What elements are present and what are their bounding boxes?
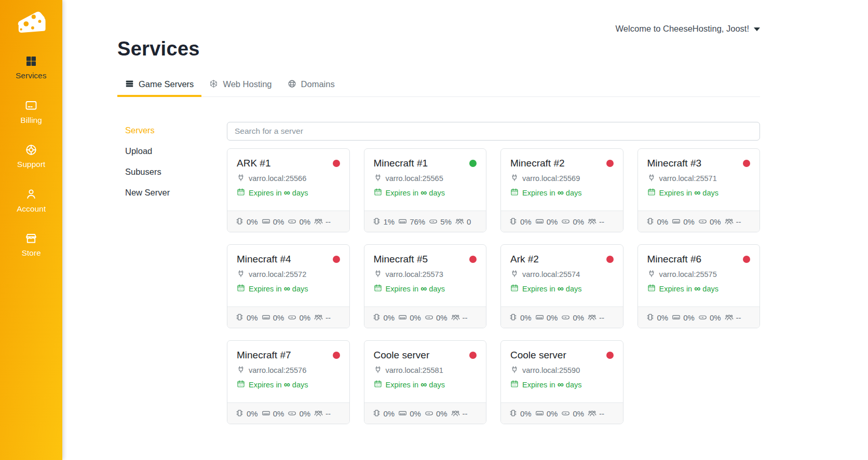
status-dot [606,160,614,167]
tab-label: Domains [301,79,335,89]
cpu-icon [509,216,518,227]
subnav-item-new-server[interactable]: New Server [125,188,227,198]
sidebar-item-store[interactable]: Store [0,232,62,258]
server-card[interactable]: Coole server varro.local:25581 Expires i… [364,340,487,424]
server-card[interactable]: Minecraft #1 varro.local:25565 Expires i… [364,148,487,232]
infinity-symbol: ∞ [421,188,427,198]
server-name: ARK #1 [237,158,270,169]
server-host: varro.local:25576 [249,366,306,374]
infinity-symbol: ∞ [421,284,427,294]
tab-game-servers[interactable]: Game Servers [117,76,201,97]
subnav-item-subusers[interactable]: Subusers [125,167,227,177]
sidebar: Services Billing Support Account Store [0,0,62,460]
disk-stat: 0% [698,312,721,323]
server-card[interactable]: Minecraft #4 varro.local:25572 Expires i… [227,244,350,328]
person-icon [25,188,37,200]
sidebar-item-support[interactable]: Support [0,144,62,169]
life-ring-icon [25,144,37,156]
memory-icon [535,408,544,419]
cpu-stat: 1% [372,216,395,227]
expires-prefix: Expires in [249,381,284,389]
ram-stat: 0% [535,408,558,419]
disk-value: 0% [299,409,310,418]
cpu-stat: 0% [235,408,258,419]
disk-value: 0% [710,313,721,322]
expires-prefix: Expires in [386,381,421,389]
ram-value: 0% [410,313,421,322]
subnav-item-upload[interactable]: Upload [125,146,227,156]
players-icon [314,216,323,227]
sidebar-item-label: Billing [20,116,42,125]
server-stats: 0% 0% 0% -- [501,306,623,328]
cpu-icon [235,216,244,227]
disk-icon [698,312,707,323]
status-dot [469,352,477,359]
expires-suffix: days [292,285,308,293]
expires-prefix: Expires in [659,285,695,293]
memory-icon [398,408,407,419]
expires-text: Expires in ∞ days [386,188,445,197]
players-value: -- [463,409,468,418]
sidebar-item-label: Store [21,248,40,258]
web-icon [209,79,218,89]
server-stats: 0% 0% 0% -- [227,306,349,328]
subnav-item-servers[interactable]: Servers [125,126,227,135]
cpu-stat: 0% [646,216,669,227]
disk-value: 0% [573,409,584,418]
server-card[interactable]: Minecraft #2 varro.local:25569 Expires i… [500,148,623,232]
memory-icon [398,312,407,323]
ram-stat: 0% [262,312,284,323]
players-value: -- [326,409,331,418]
server-card[interactable]: Ark #2 varro.local:25574 Expires in ∞ da… [500,244,623,328]
players-stat: -- [314,216,331,227]
cpu-stat: 0% [372,408,395,419]
cpu-stat: 0% [509,312,532,323]
server-stats: 0% 0% 0% -- [638,306,760,328]
players-stat: -- [725,216,741,227]
sidebar-item-billing[interactable]: Billing [0,99,62,124]
server-card[interactable]: Minecraft #7 varro.local:25576 Expires i… [227,340,350,424]
server-card[interactable]: Minecraft #6 varro.local:25575 Expires i… [638,244,761,328]
calendar-icon [237,188,245,197]
sidebar-item-services[interactable]: Services [0,55,62,80]
grid-icon [25,55,37,67]
server-card[interactable]: Minecraft #3 varro.local:25571 Expires i… [638,148,761,232]
players-icon [588,312,596,323]
server-card[interactable]: Coole server varro.local:25590 Expires i… [500,340,623,424]
user-menu[interactable]: Welcome to CheeseHosting, Joost! [616,24,760,34]
server-host: varro.local:25569 [522,174,580,183]
cpu-icon [235,408,244,419]
search-input[interactable] [227,122,760,141]
server-stats: 0% 0% 0% -- [364,306,486,328]
server-host: varro.local:25590 [522,366,580,374]
tab-web-hosting[interactable]: Web Hosting [201,76,279,97]
sidebar-nav: Services Billing Support Account Store [0,55,62,258]
players-value: -- [326,217,331,226]
disk-stat: 0% [698,216,721,227]
server-card[interactable]: ARK #1 varro.local:25566 Expires in ∞ da… [227,148,350,232]
expires-prefix: Expires in [249,285,284,293]
plug-icon [647,270,656,279]
tab-domains[interactable]: Domains [280,76,343,97]
sidebar-item-label: Support [17,160,45,169]
cpu-value: 0% [520,409,532,418]
players-value: -- [326,313,331,322]
server-host: varro.local:25572 [249,270,306,278]
server-card[interactable]: Minecraft #5 varro.local:25573 Expires i… [364,244,487,328]
ram-stat: 0% [535,216,558,227]
calendar-icon [374,284,382,293]
server-stack-icon [125,79,134,89]
welcome-text: Welcome to CheeseHosting, Joost! [616,24,749,34]
players-value: -- [599,409,604,418]
ram-stat: 0% [535,312,558,323]
disk-icon [429,216,438,227]
players-value: -- [599,313,604,322]
cpu-icon [372,312,381,323]
plug-icon [374,366,382,375]
calendar-icon [510,188,519,197]
ram-value: 0% [273,217,284,226]
expires-text: Expires in ∞ days [522,188,582,197]
sidebar-item-account[interactable]: Account [0,188,62,213]
ram-stat: 0% [672,312,695,323]
expires-prefix: Expires in [522,189,558,197]
